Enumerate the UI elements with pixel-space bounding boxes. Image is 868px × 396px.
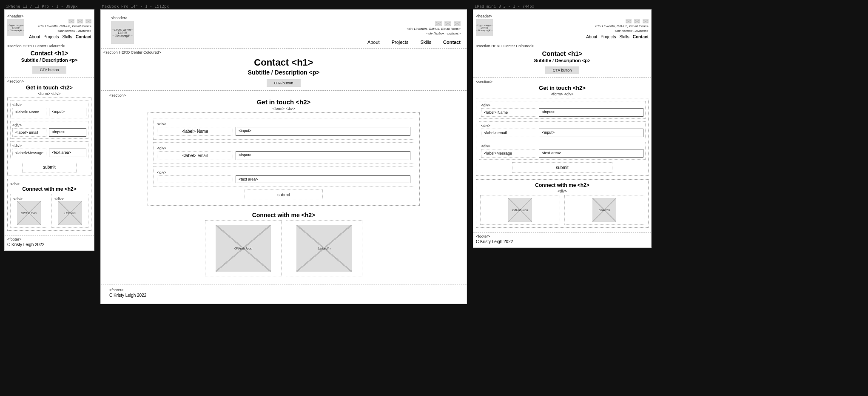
- github-label: GitHub Icon: [21, 212, 37, 215]
- linkedin-icon[interactable]: [626, 19, 632, 23]
- card-linkedin[interactable]: LinkedIn: [564, 195, 644, 225]
- nav-about[interactable]: About: [29, 34, 40, 39]
- cta-button[interactable]: CTA button: [267, 79, 301, 87]
- email-icon[interactable]: [85, 19, 91, 23]
- connect-h2: Connect with me <h2>: [479, 182, 646, 188]
- card-github[interactable]: <div> GitHub Icon: [10, 194, 47, 228]
- tablet-frame: <header> Logo: canva Link to homepage <d…: [473, 9, 652, 248]
- nav-contact[interactable]: Contact: [76, 34, 91, 39]
- submit-button[interactable]: submit: [22, 162, 77, 172]
- nav-div-tag: <div flexbox - buttons>: [29, 29, 91, 33]
- section-tag: <section>: [476, 80, 649, 84]
- linkedin-label: LinkedIn: [64, 212, 75, 215]
- footer: <footer> C Kristy Leigh 2022: [473, 232, 651, 247]
- input-name[interactable]: <input>: [49, 108, 86, 116]
- div-tag: <div>: [12, 103, 86, 107]
- mobile-frame: <header> Logo: canva Link to homepage <d…: [4, 9, 94, 251]
- textarea-message[interactable]: <text area>: [236, 175, 410, 183]
- div-tag: <div>: [481, 123, 643, 128]
- row-email: <div> <label> email <input>: [10, 121, 88, 139]
- connect-section: Connect with me <h2> GitHub Icon LinkedI…: [109, 209, 458, 279]
- logo[interactable]: Logo: canva Link to homepage: [7, 19, 24, 36]
- github-icon[interactable]: [444, 21, 451, 26]
- linkedin-icon-img: LinkedIn: [592, 198, 616, 222]
- card-linkedin[interactable]: <div> LinkedIn: [51, 194, 88, 228]
- hero-section: <section HERO Center Coloured> Contact <…: [5, 42, 94, 77]
- frame-label-tablet: iPad mini 8.3 - 1 - 744px: [475, 4, 652, 9]
- header: <header> Logo: canva Link to homepage <d…: [5, 10, 94, 42]
- form-h2: Get in touch <h2>: [7, 84, 91, 91]
- linkedin-icon[interactable]: [435, 21, 442, 26]
- form-section: <section> Get in touch <h2> <form> <div>…: [5, 77, 94, 235]
- connect-section: <div> Connect with me <h2> <div> GitHub …: [7, 179, 91, 231]
- footer: <footer> C Kristy Leigh 2022: [101, 284, 467, 304]
- logo-text: Logo: canva Link to homepage: [8, 24, 23, 32]
- footer-tag: <footer>: [476, 234, 649, 238]
- header: <header> Logo: canva Link to homepage <d…: [473, 10, 651, 42]
- linkedin-icon-img: LinkedIn: [296, 225, 352, 272]
- card-linkedin[interactable]: LinkedIn: [286, 220, 362, 276]
- cta-button[interactable]: CTA button: [32, 66, 66, 74]
- input-email[interactable]: <input>: [236, 151, 410, 160]
- section-tag: <section>: [109, 93, 458, 98]
- logo-text: Logo: canva Link to homepage: [477, 24, 492, 32]
- label-name: <label> Name: [157, 127, 233, 136]
- hero-tag: <section HERO Center Coloured>: [476, 44, 649, 48]
- form-h2: Get in touch <h2>: [476, 85, 649, 91]
- textarea-message[interactable]: <text area>: [49, 149, 86, 157]
- social-div-tag: <div LinkedIn, GitHub, Email icons>: [367, 27, 461, 31]
- nav-contact[interactable]: Contact: [443, 40, 461, 45]
- section-tag: <section>: [7, 79, 91, 83]
- card-github[interactable]: GitHub Icon: [480, 195, 560, 225]
- label-message: <label>Message: [12, 149, 46, 157]
- form-div-tag: <form> <div>: [109, 106, 458, 111]
- nav-skills[interactable]: Skills: [619, 34, 629, 39]
- nav-div-tag: <div flexbox - buttons>: [586, 29, 649, 33]
- header-tag: <header>: [111, 16, 128, 20]
- div-tag: <div>: [157, 146, 410, 150]
- row-name: <div> <label> Name <input>: [10, 100, 88, 118]
- nav-projects[interactable]: Projects: [392, 40, 409, 45]
- frame-label-desktop: MacBook Pro 14" - 1 - 1512px: [102, 4, 467, 9]
- row-name: <div> <label> Name <input>: [479, 101, 646, 119]
- cta-button[interactable]: CTA button: [545, 66, 579, 74]
- email-icon[interactable]: [643, 19, 649, 23]
- input-email[interactable]: <input>: [49, 128, 86, 137]
- input-email[interactable]: <input>: [539, 129, 643, 137]
- nav-skills[interactable]: Skills: [62, 34, 72, 39]
- logo[interactable]: Logo: canva Link to homepage: [476, 19, 493, 36]
- connect-h2: Connect with me <h2>: [10, 186, 88, 192]
- form-div-tag: <form> <div>: [476, 92, 649, 96]
- page-title: Contact <h1>: [7, 50, 91, 57]
- div-tag: <div>: [157, 122, 410, 126]
- nav: About Projects Skills Contact: [29, 34, 91, 39]
- input-name[interactable]: <input>: [236, 127, 410, 136]
- textarea-message[interactable]: <text area>: [539, 149, 643, 158]
- github-icon[interactable]: [634, 19, 640, 23]
- github-icon-img: GitHub Icon: [216, 225, 271, 272]
- linkedin-label: LinkedIn: [599, 209, 610, 212]
- nav-about[interactable]: About: [586, 34, 597, 39]
- github-icon[interactable]: [77, 19, 83, 23]
- div-tag: <div>: [12, 123, 86, 127]
- hero-subtitle: Subtitle / Description <p>: [476, 58, 649, 63]
- nav-div-tag: <div flexbox - buttons>: [367, 32, 461, 35]
- submit-button[interactable]: submit: [512, 162, 612, 173]
- nav: About Projects Skills Contact: [367, 40, 461, 45]
- nav-contact[interactable]: Contact: [633, 34, 649, 39]
- input-name[interactable]: <input>: [539, 108, 643, 117]
- desktop-frame: <header> Logo: canva Link to homepage <d…: [100, 9, 467, 304]
- nav-projects[interactable]: Projects: [600, 34, 616, 39]
- nav-projects[interactable]: Projects: [43, 34, 59, 39]
- label-email: <label> email: [481, 129, 536, 137]
- nav-about[interactable]: About: [367, 40, 380, 45]
- card-github[interactable]: GitHub Icon: [205, 220, 282, 276]
- email-icon[interactable]: [454, 21, 461, 26]
- linkedin-icon[interactable]: [68, 19, 74, 23]
- nav-skills[interactable]: Skills: [420, 40, 431, 45]
- footer-copy: C Kristy Leigh 2022: [109, 293, 458, 298]
- label-message: <label>Message: [481, 149, 536, 158]
- logo[interactable]: Logo: canva Link to homepage: [111, 21, 134, 44]
- page-title: Contact <h1>: [476, 50, 649, 57]
- submit-button[interactable]: submit: [245, 189, 323, 200]
